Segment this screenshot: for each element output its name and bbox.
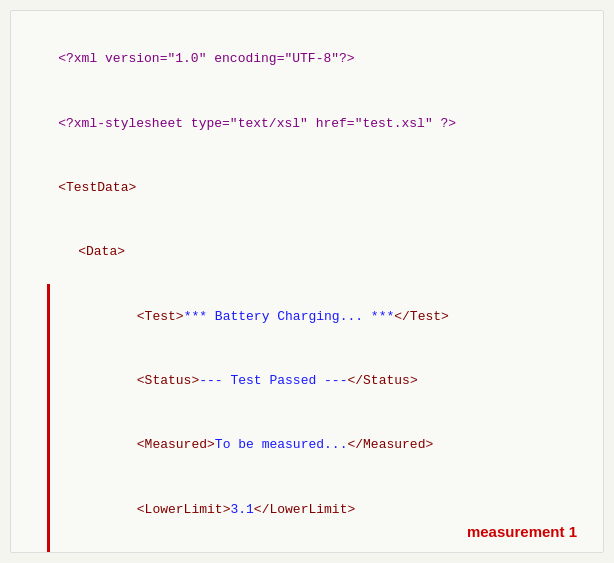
xml-pi: <?xml version="1.0" encoding="UTF-8"?> (58, 51, 354, 66)
xsl-pi: <?xml-stylesheet type="text/xsl" href="t… (58, 116, 456, 131)
data1-status: <Status>--- Test Passed ---</Status> (47, 349, 587, 413)
data1-lower: <LowerLimit>3.1</LowerLimit> measurement… (47, 477, 587, 553)
data1-open: <Data> (27, 220, 587, 284)
data1-measured: <Measured>To be measured...</Measured> (47, 413, 587, 477)
xml-stylesheet: <?xml-stylesheet type="text/xsl" href="t… (27, 91, 587, 155)
measurement1-annotation: measurement 1 (467, 520, 577, 545)
testdata-open: <TestData> (27, 156, 587, 220)
data1-test: <Test>*** Battery Charging... ***</Test> (47, 284, 587, 348)
code-viewer: <?xml version="1.0" encoding="UTF-8"?> <… (10, 10, 604, 553)
xml-declaration: <?xml version="1.0" encoding="UTF-8"?> (27, 27, 587, 91)
